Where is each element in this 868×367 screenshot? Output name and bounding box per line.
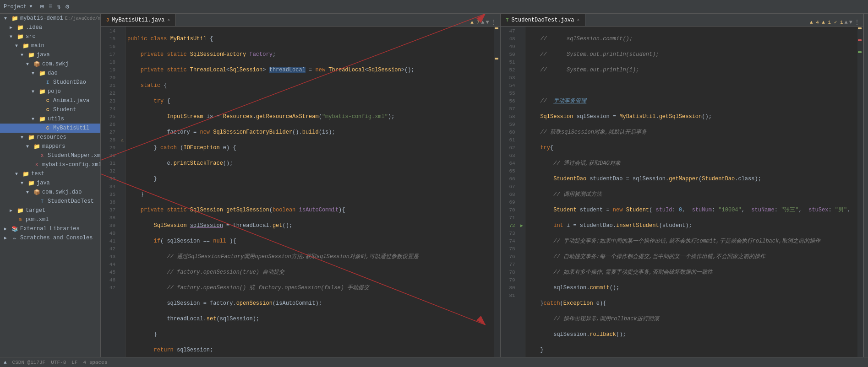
expand-icon: ▶	[2, 234, 9, 242]
sidebar-item-src[interactable]: ▼ 📁 src	[0, 32, 100, 41]
sidebar-item-java[interactable]: ▼ 📁 java	[0, 50, 100, 59]
sidebar-item-utils[interactable]: ▼ 📁 utils	[0, 114, 100, 124]
sidebar-item-dao[interactable]: ▼ 📁 dao	[0, 69, 100, 78]
status-encoding[interactable]: UTF-8	[51, 360, 66, 365]
right-annotation-bar	[857, 27, 863, 357]
sidebar-item-label: java	[37, 180, 50, 186]
sidebar-item-label: mybatis-demo1	[20, 15, 63, 22]
sidebar-item-label: Animal.java	[53, 97, 89, 104]
folder-icon: 📁	[38, 88, 46, 95]
sidebar-item-comswkj[interactable]: ▼ 📦 com.swkj	[0, 59, 100, 69]
project-dropdown-icon[interactable]: ▼	[29, 4, 32, 9]
left-tab-bar: J MyBatisUtil.java × ▲ 7 ▲ ▼ ⋮	[101, 14, 500, 27]
left-annotation-bar	[494, 27, 500, 357]
sidebar-item-test-java[interactable]: ▼ 📁 java	[0, 178, 100, 188]
expand-icon: ▼	[7, 33, 15, 40]
structure-icon[interactable]: ⊞	[38, 3, 45, 11]
warnings-badge-right: ▲ 4 ▲ 1 ✓ 1	[810, 19, 843, 25]
sidebar-item-mybatisutil[interactable]: C MyBatisUtil	[0, 124, 100, 133]
right-code-container: 47 48 49 50 51 52 53 54 55 56 57 58 59 6…	[501, 27, 863, 357]
main-layout: ▼ 📁 mybatis-demo1 E:/javaCode/mybati... …	[0, 14, 868, 357]
tab-close-icon[interactable]: ×	[577, 18, 579, 23]
editors-container: J MyBatisUtil.java × ▲ 7 ▲ ▼ ⋮ 14	[101, 14, 868, 357]
expand-icon: ▼	[24, 143, 31, 150]
pane-actions: ▲ 7 ▲ ▼ ⋮	[468, 18, 499, 26]
expand-icon: ▼	[29, 88, 37, 95]
sidebar-item-label: dao	[48, 70, 58, 76]
folder-icon: 📁	[16, 207, 24, 214]
nav-down-icon[interactable]: ▼	[486, 19, 489, 26]
sidebar-item-comswkjdao[interactable]: ▼ 📦 com.swkj.dao	[0, 188, 100, 197]
package-icon: 📦	[33, 189, 40, 196]
sidebar-item-target[interactable]: ▶ 📁 target	[0, 206, 100, 215]
title-bar-left: Project ▼ ⊞ ≡ ⇅ ⚙	[4, 3, 71, 11]
more-icon-right[interactable]: ⋮	[854, 18, 860, 26]
sidebar-item-student[interactable]: C Student	[0, 105, 100, 114]
sidebar-item-label: src	[26, 33, 36, 40]
spacer	[29, 152, 37, 159]
status-indent[interactable]: 4 spaces	[83, 360, 107, 365]
sidebar-item-label: Scratches and Consoles	[20, 235, 93, 241]
class-icon: C	[44, 124, 51, 132]
spacer	[35, 79, 42, 86]
expand-icon: ▶	[7, 207, 15, 214]
interface-icon: I	[44, 79, 51, 86]
tab-studentdaotest[interactable]: T StudentDaoTest.java ×	[501, 14, 586, 26]
project-label[interactable]: Project	[4, 4, 27, 10]
git-branch[interactable]: ▲	[4, 360, 7, 365]
scratch-icon: ✏	[11, 234, 18, 242]
sidebar-item-label: java	[37, 52, 50, 58]
sidebar-item-mybatis-demo1[interactable]: ▼ 📁 mybatis-demo1 E:/javaCode/mybati...	[0, 14, 100, 23]
right-scrollbar[interactable]	[863, 14, 868, 357]
sidebar-item-studentmapper[interactable]: X StudentMapper.xml	[0, 151, 100, 160]
sidebar-item-external-libs[interactable]: ▶ 📚 External Libraries	[0, 224, 100, 233]
tab-mybatisutil[interactable]: J MyBatisUtil.java ×	[101, 14, 176, 26]
folder-icon: 📁	[11, 15, 18, 22]
spacer	[35, 124, 42, 132]
nav-up-icon-right[interactable]: ▲	[845, 19, 848, 26]
right-gutter: ▶	[519, 27, 525, 357]
sidebar-item-main[interactable]: ▼ 📁 main	[0, 41, 100, 50]
expand-icon: ▼	[24, 189, 31, 196]
sidebar-item-studentdaotest[interactable]: T StudentDaoTest	[0, 197, 100, 206]
sidebar-item-label: StudentMapper.xml	[48, 152, 101, 159]
nav-up-icon[interactable]: ▲	[481, 19, 484, 26]
folder-icon: 📁	[33, 143, 40, 150]
sidebar-item-animal[interactable]: C Animal.java	[0, 96, 100, 105]
sidebar-item-label: pom.xml	[26, 216, 49, 223]
sidebar-item-mybatisconfig[interactable]: X mybatis-config.xml	[0, 160, 100, 169]
right-tab-bar: T StudentDaoTest.java × ▲ 4 ▲ 1 ✓ 1 ▲ ▼ …	[501, 14, 863, 27]
xml-icon: X	[33, 161, 40, 168]
sidebar-item-idea[interactable]: ▶ 📁 .idea	[0, 23, 100, 32]
spacer	[35, 106, 42, 113]
sidebar-item-studentdao[interactable]: I StudentDao	[0, 78, 100, 87]
sidebar-item-pom[interactable]: m pom.xml	[0, 215, 100, 224]
left-code-lines[interactable]: public class MyBatisUtil { private stati…	[126, 27, 494, 357]
sidebar-item-label: .idea	[26, 24, 42, 31]
left-code-container: 14 15 16 17 18 19 20 21 22 23 24 25 26 2…	[101, 27, 500, 357]
sidebar-item-test[interactable]: ▼ 📁 test	[0, 169, 100, 178]
tab-close-icon[interactable]: ×	[167, 18, 170, 23]
pom-icon: m	[16, 216, 24, 223]
status-bar: ▲ CSDN @117JF UTF-8 LF 4 spaces	[0, 357, 868, 367]
status-csdn: CSDN @117JF	[12, 360, 46, 365]
nav-down-icon-right[interactable]: ▼	[849, 19, 852, 26]
sidebar-item-label: test	[31, 171, 44, 177]
more-icon[interactable]: ⋮	[491, 18, 497, 26]
status-linesep[interactable]: LF	[71, 360, 77, 365]
settings-icon[interactable]: ⚙	[64, 3, 71, 11]
folder-icon: 📁	[38, 70, 46, 77]
expand-icon: ▶	[2, 225, 9, 232]
class-icon: C	[44, 106, 51, 113]
sidebar-item-mappers[interactable]: ▼ 📁 mappers	[0, 142, 100, 151]
arrows-icon[interactable]: ⇅	[55, 3, 62, 11]
sidebar-item-resources[interactable]: ▼ 📁 resources	[0, 133, 100, 142]
sidebar-item-pojo[interactable]: ▼ 📁 pojo	[0, 87, 100, 96]
sidebar-item-label: pojo	[48, 88, 61, 95]
folder-icon: 📁	[38, 115, 46, 123]
expand-icon: ▼	[24, 60, 31, 68]
list-icon[interactable]: ≡	[47, 3, 54, 11]
sidebar-item-scratches[interactable]: ▶ ✏ Scratches and Consoles	[0, 233, 100, 243]
test-class-icon: T	[38, 198, 46, 205]
right-code-lines[interactable]: // sqlSession.commit(); // System.out.pr…	[525, 27, 857, 357]
